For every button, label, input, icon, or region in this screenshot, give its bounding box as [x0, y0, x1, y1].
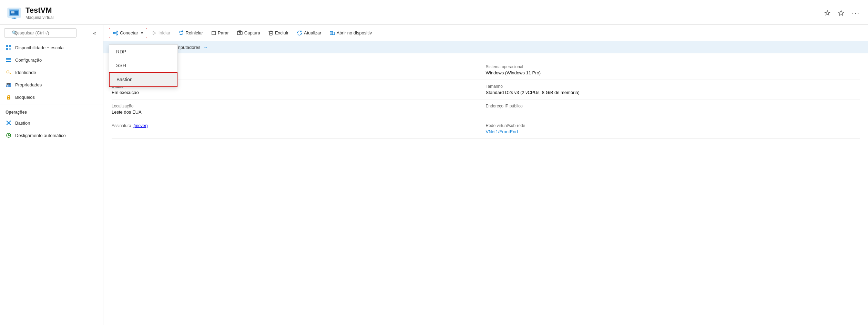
svg-point-33	[116, 34, 118, 35]
sidebar-collapse-button[interactable]: «	[90, 29, 99, 38]
abrir-button[interactable]: Abrir no dispositiv	[326, 28, 376, 38]
reiniciar-button[interactable]: Reiniciar	[175, 28, 206, 38]
header-actions: ···	[823, 8, 861, 18]
excluir-icon	[268, 30, 273, 36]
detail-value: VNet1/FrontEnd	[486, 129, 860, 134]
svg-rect-37	[212, 31, 215, 35]
pin-button[interactable]	[823, 9, 832, 18]
detail-value: Windows (Windows 11 Pro)	[486, 70, 860, 75]
parar-label: Parar	[218, 30, 229, 35]
star-button[interactable]	[837, 9, 846, 18]
search-input[interactable]	[4, 28, 76, 38]
detail-assinatura: Assinatura (mover)	[112, 119, 486, 139]
dropdown-item-ssh[interactable]: SSH	[109, 59, 177, 72]
search-wrapper: 🔍	[4, 28, 76, 38]
dropdown-item-rdp[interactable]: RDP	[109, 45, 177, 59]
sidebar-item-propriedades[interactable]: Propriedades	[0, 78, 103, 91]
conectar-button[interactable]: Conectar ∨	[109, 28, 147, 38]
sidebar-item-identidade[interactable]: Identidade	[0, 66, 103, 78]
svg-rect-14	[6, 60, 11, 61]
key-icon	[6, 69, 12, 75]
iniciar-button[interactable]: Iniciar	[149, 28, 174, 38]
reiniciar-icon	[178, 30, 184, 35]
sidebar-section-operacoes: Operações	[0, 105, 103, 117]
atualizar-label: Atualizar	[304, 30, 321, 35]
info-banner: devem ser instaladas em seus computadore…	[103, 41, 868, 53]
main-layout: 🔍 « Disponibilidade + escala	[0, 25, 868, 325]
sidebar-item-label: Propriedades	[15, 82, 42, 87]
page-header: TestVM Máquina virtual ···	[0, 0, 868, 25]
detail-ip-publico: Endereço IP público	[486, 99, 860, 119]
settings-icon	[6, 57, 12, 63]
svg-rect-44	[332, 32, 335, 35]
sidebar-item-desligamento[interactable]: Desligamento automático	[0, 129, 103, 141]
atualizar-button[interactable]: Atualizar	[293, 28, 325, 38]
sidebar-item-label: Identidade	[15, 70, 36, 75]
iniciar-icon	[152, 31, 157, 35]
detail-label: Endereço IP público	[486, 104, 860, 108]
svg-rect-15	[6, 61, 11, 62]
svg-point-32	[116, 31, 118, 32]
sidebar-item-bastion[interactable]: Bastion	[0, 117, 103, 129]
chevron-down-icon: ∨	[141, 31, 143, 35]
sidebar-scroll: Disponibilidade + escala Configuração	[0, 41, 103, 325]
svg-rect-22	[6, 85, 7, 87]
svg-rect-10	[9, 45, 11, 47]
vm-icon	[7, 6, 21, 20]
svg-marker-36	[153, 31, 156, 35]
page-subtitle: Máquina virtual	[25, 15, 823, 20]
sidebar-item-label: Bloqueios	[15, 95, 35, 100]
svg-rect-7	[11, 11, 14, 13]
dropdown-item-bastion[interactable]: Bastion	[109, 72, 177, 87]
sidebar-item-label: Configuração	[15, 57, 42, 63]
more-options-button[interactable]: ···	[850, 8, 861, 18]
detail-value: Standard D2s v3 (2 vCPUs, 8 GiB de memór…	[486, 90, 860, 95]
sidebar-search-area: 🔍 «	[0, 25, 103, 41]
clock-icon	[6, 132, 12, 138]
mover-link-assinatura[interactable]: (mover)	[133, 123, 147, 128]
svg-line-35	[115, 33, 116, 34]
reiniciar-label: Reiniciar	[185, 30, 203, 35]
svg-rect-23	[8, 84, 9, 87]
toolbar: Conectar ∨ RDP SSH Bastion Iniciar	[103, 25, 868, 41]
detail-label: Localização	[112, 104, 486, 108]
excluir-button[interactable]: Excluir	[265, 28, 292, 38]
details-grid: Grupo de recursos (mover) TestRG1 Sistem…	[103, 53, 868, 146]
title-group: TestVM Máquina virtual	[25, 6, 823, 20]
svg-line-34	[115, 32, 116, 33]
lock-icon	[6, 94, 12, 100]
detail-rede-virtual: Rede virtual/sub-rede VNet1/FrontEnd	[486, 119, 860, 139]
sidebar-item-bloqueios[interactable]: Bloqueios	[0, 91, 103, 103]
svg-rect-25	[10, 83, 11, 87]
captura-label: Captura	[244, 30, 260, 35]
content-body: devem ser instaladas em seus computadore…	[103, 41, 868, 325]
parar-button[interactable]: Parar	[208, 28, 232, 38]
content-area: Conectar ∨ RDP SSH Bastion Iniciar	[103, 25, 868, 325]
conectar-dropdown: RDP SSH Bastion	[109, 44, 178, 87]
abrir-icon	[330, 30, 335, 36]
sidebar: 🔍 « Disponibilidade + escala	[0, 25, 103, 325]
abrir-label: Abrir no dispositiv	[337, 30, 372, 35]
captura-button[interactable]: Captura	[234, 28, 264, 38]
atualizar-icon	[297, 30, 302, 36]
svg-rect-11	[6, 48, 8, 50]
captura-icon	[237, 30, 243, 36]
detail-label: Assinatura (mover)	[112, 123, 486, 128]
sidebar-item-configuracao[interactable]: Configuração	[0, 54, 103, 66]
vnet-link[interactable]: VNet1/FrontEnd	[486, 129, 518, 134]
detail-localizacao: Localização Leste dos EUA	[112, 99, 486, 119]
detail-sistema-operacional: Sistema operacional Windows (Windows 11 …	[486, 60, 860, 80]
sidebar-item-label: Bastion	[15, 120, 30, 126]
sidebar-item-disponibilidade[interactable]: Disponibilidade + escala	[0, 41, 103, 54]
iniciar-label: Iniciar	[159, 30, 171, 35]
bars-icon	[6, 82, 12, 88]
detail-value: Leste dos EUA	[112, 109, 486, 115]
grid-icon	[6, 44, 12, 51]
detail-label: Tamanho	[486, 84, 860, 89]
excluir-label: Excluir	[275, 30, 288, 35]
svg-rect-13	[6, 58, 11, 59]
conectar-label: Conectar	[120, 30, 138, 35]
svg-rect-12	[9, 48, 11, 50]
banner-link[interactable]: →	[203, 45, 208, 50]
page-title: TestVM	[25, 6, 823, 15]
